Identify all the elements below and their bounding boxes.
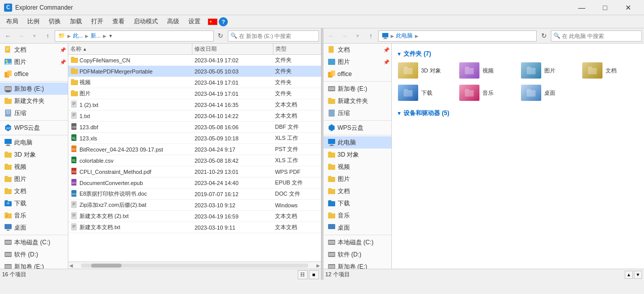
left-search-input[interactable] — [239, 33, 316, 39]
sidebar-item-download[interactable]: 下载 — [0, 197, 68, 209]
file-row[interactable]: XLS colortable.csv 2023-05-08 18:42 XLS … — [68, 155, 321, 166]
left-path-seg2[interactable]: 新... — [91, 32, 101, 40]
right-sidebar-item-image[interactable]: 图片 — [324, 173, 391, 185]
right-back-button[interactable]: ← — [326, 30, 338, 42]
right-sidebar-item-dl[interactable]: 下载 — [324, 197, 391, 209]
left-refresh-button[interactable]: ↻ — [215, 30, 227, 42]
folder-item[interactable]: 视频 — [457, 60, 517, 81]
right-forward-button[interactable]: → — [339, 30, 351, 42]
left-path-dropdown[interactable]: ▼ — [108, 33, 113, 39]
menu-open[interactable]: 打开 — [87, 16, 107, 27]
left-dropdown-button[interactable]: ▼ — [28, 30, 41, 42]
left-back-button[interactable]: ← — [2, 30, 14, 42]
right-scroll-up-btn[interactable]: ▲ — [625, 271, 633, 279]
menu-load[interactable]: 加载 — [66, 16, 86, 27]
right-sidebar-item-newvol[interactable]: 新加卷 (E:) — [324, 83, 391, 95]
right-sidebar-item-compress[interactable]: 压缩 — [324, 107, 391, 119]
sidebar-item-doc2[interactable]: 文档 — [0, 185, 68, 197]
folder-item[interactable]: 桌面 — [519, 83, 579, 103]
col-header-type[interactable]: 类型 — [273, 44, 321, 54]
folder-item[interactable]: 下载 — [396, 83, 456, 103]
right-sidebar-item-office[interactable]: office — [324, 68, 391, 80]
hscroll-thumb[interactable] — [91, 264, 122, 268]
file-row[interactable]: CopyFileNames_CN 2023-04-19 17:02 文件夹 — [68, 55, 321, 66]
right-sidebar-item-thispc[interactable]: 此电脑 — [324, 136, 391, 149]
sidebar-item-softd[interactable]: 软件 (D:) — [0, 248, 68, 261]
right-sidebar-item-wps[interactable]: WPS云盘 — [324, 122, 391, 134]
help-button[interactable]: ? — [219, 17, 228, 26]
sidebar-item-thispc[interactable]: 此电脑 — [0, 136, 68, 149]
file-row[interactable]: 新建文本文档.txt 2023-03-10 9:11 文本文档 — [68, 222, 321, 233]
sidebar-item-newvol[interactable]: 新加卷 (E:) — [0, 83, 68, 95]
right-sidebar-item-newe[interactable]: 新加卷 (E:) — [324, 261, 391, 269]
sidebar-item-newfolder[interactable]: 新建文件夹 — [0, 95, 68, 107]
right-sidebar-item-localc[interactable]: 本地磁盘 (C:) — [324, 236, 391, 248]
left-view-thumb-btn[interactable]: ■ — [309, 270, 319, 279]
sidebar-item-video[interactable]: 视频 — [0, 161, 68, 173]
left-hscroll[interactable]: ◀ ▶ — [68, 262, 321, 269]
right-search-input[interactable] — [562, 33, 639, 39]
right-dropdown-button[interactable]: ▼ — [352, 30, 364, 42]
file-row[interactable]: DBF 123.dbf 2023-05-08 16:06 DBF 文件 — [68, 122, 321, 133]
left-up-button[interactable]: ↑ — [42, 30, 54, 42]
file-row[interactable]: 视频 2023-04-19 17:01 文件夹 — [68, 77, 321, 88]
sidebar-item-music[interactable]: ♪ 音乐 — [0, 209, 68, 222]
left-forward-button[interactable]: → — [15, 30, 27, 42]
file-row[interactable]: DOC E8票据打印软件说明书.doc 2019-07-07 16:12 DOC… — [68, 189, 321, 200]
file-row[interactable]: Zip添加xz7.com后缀(2).bat 2023-03-10 9:12 Wi… — [68, 200, 321, 211]
file-row[interactable]: 新建文本文档 (2).txt 2023-04-19 16:59 文本文档 — [68, 211, 321, 222]
right-sidebar-item-newfolder[interactable]: 新建文件夹 — [324, 95, 391, 107]
sidebar-item-localc[interactable]: 本地磁盘 (C:) — [0, 236, 68, 248]
file-row[interactable]: 1.txt 2023-04-10 14:22 文本文档 — [68, 111, 321, 122]
devices-group-header[interactable]: ▼ 设备和驱动器 (5) — [396, 107, 640, 120]
hscroll-left-btn[interactable]: ◀ — [68, 263, 74, 268]
file-row[interactable]: 图片 2023-04-19 17:01 文件夹 — [68, 88, 321, 99]
sidebar-item-wps[interactable]: WPS WPS云盘 — [0, 122, 68, 134]
sidebar-item-desktop[interactable]: 桌面 — [0, 222, 68, 234]
right-path-thispc[interactable]: 此电脑 — [396, 32, 413, 40]
sidebar-item-docs[interactable]: 文档 📌 — [0, 44, 68, 56]
file-row[interactable]: 1 (2).txt 2023-04-14 16:35 文本文档 — [68, 99, 321, 111]
right-sidebar-item-3d[interactable]: 3D 对象 — [324, 149, 391, 161]
right-sidebar-item-pics[interactable]: 图片 📌 — [324, 56, 391, 68]
col-header-date[interactable]: 修改日期 — [192, 44, 273, 54]
file-row[interactable]: EPUB DocumentConverter.epub 2023-04-24 1… — [68, 177, 321, 189]
left-view-list-btn[interactable]: ☷ — [298, 270, 308, 279]
file-row[interactable]: XLS 123.xls 2023-05-09 10:18 XLS 工作 — [68, 133, 321, 144]
file-row[interactable]: PST BitRecover_04-24-2023 09-17.pst 2023… — [68, 144, 321, 155]
sidebar-item-compress[interactable]: 压缩 — [0, 107, 68, 119]
menu-layout[interactable]: 布局 — [2, 16, 22, 27]
file-row[interactable]: PDFMatePDFMergerPortable 2023-05-05 10:0… — [68, 66, 321, 77]
sidebar-item-3d[interactable]: 3D 对象 — [0, 149, 68, 161]
right-up-button[interactable]: ↑ — [365, 30, 377, 42]
right-sidebar-item-video[interactable]: 视频 — [324, 161, 391, 173]
sidebar-item-pics[interactable]: 图片 📌 — [0, 56, 68, 68]
menu-switch[interactable]: 切换 — [45, 16, 65, 27]
right-sidebar-item-docs[interactable]: 文档 📌 — [324, 44, 391, 56]
col-header-name[interactable]: 名称 ▲ — [68, 44, 192, 54]
menu-view[interactable]: 查看 — [108, 16, 129, 27]
left-path-seg1[interactable]: 此... — [73, 32, 83, 40]
hscroll-right-btn[interactable]: ▶ — [315, 263, 321, 268]
right-refresh-button[interactable]: ↻ — [538, 30, 550, 42]
maximize-button[interactable]: □ — [593, 0, 617, 15]
menu-launch[interactable]: 启动模式 — [130, 16, 162, 27]
sidebar-item-newe[interactable]: 新加卷 (E:) — [0, 261, 68, 269]
minimize-button[interactable]: — — [570, 0, 593, 15]
menu-ratio[interactable]: 比例 — [23, 16, 44, 27]
folders-group-header[interactable]: ▼ 文件夹 (7) — [396, 48, 640, 60]
sidebar-item-office[interactable]: office — [0, 68, 68, 80]
menu-advanced[interactable]: 高级 — [163, 16, 183, 27]
right-sidebar-item-softd[interactable]: 软件 (D:) — [324, 248, 391, 261]
right-sidebar-item-desktop[interactable]: 桌面 — [324, 222, 391, 234]
file-row[interactable]: PDF CPLI_Constraint_Method.pdf 2021-10-2… — [68, 166, 321, 177]
right-sidebar-item-music[interactable]: 音乐 — [324, 209, 391, 222]
right-scroll-down-btn[interactable]: ▼ — [634, 271, 642, 279]
close-button[interactable]: ✕ — [617, 0, 640, 15]
folder-item[interactable]: 文档 — [580, 60, 640, 81]
right-sidebar-item-doc2[interactable]: 文档 — [324, 185, 391, 197]
folder-item[interactable]: 3D 对象 — [396, 60, 456, 81]
folder-item[interactable]: 音乐 — [457, 83, 517, 103]
menu-settings[interactable]: 设置 — [184, 16, 205, 27]
sidebar-item-image[interactable]: 图片 — [0, 173, 68, 185]
